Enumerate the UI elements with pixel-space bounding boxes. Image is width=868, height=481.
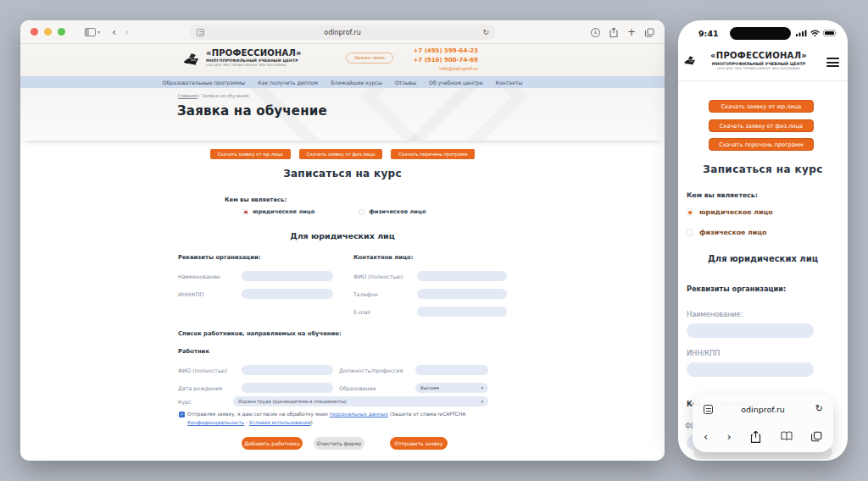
org-name-input[interactable]	[687, 323, 814, 338]
forward-icon[interactable]: ›	[727, 431, 732, 442]
radio-legal-entity[interactable]: юридическое лицо	[686, 208, 773, 216]
share-icon[interactable]	[609, 27, 618, 37]
worker-name-input[interactable]	[242, 365, 333, 375]
mobile-phone-frame: 9:41 «ПРОФЕССИОНАЛ» МНОГОПРОФИЛЬНЫЙ УЧЕБ…	[678, 20, 848, 461]
site-title: «ПРОФЕССИОНАЛ»	[697, 51, 821, 60]
download-individual-application-button[interactable]: Скачать заявку от физ.лица	[299, 149, 382, 159]
org-inn-input[interactable]	[687, 362, 814, 377]
site-nav: Образовательные программы Как получить д…	[20, 76, 665, 88]
legal-section-heading: Для юридических лиц	[20, 231, 665, 240]
phone-link-2[interactable]: +7 (916) 900-74-69	[368, 56, 478, 65]
contact-name-label: ФИО (полностью)	[353, 274, 403, 279]
phone-link-1[interactable]: +7 (495) 599-64-23	[368, 47, 478, 56]
download-individual-application-button[interactable]: Скачать заявку от физ.лица	[709, 119, 814, 132]
site-subtitle: МНОГОПРОФИЛЬНЫЙ УЧЕБНЫЙ ЦЕНТР	[206, 58, 333, 63]
mobile-browser-toolbar: odinprof.ru ↻ ‹ ›	[693, 395, 833, 452]
reader-icon[interactable]	[197, 29, 204, 36]
hamburger-menu-icon[interactable]	[826, 58, 839, 67]
nav-item-contacts[interactable]: Контакты	[496, 80, 523, 86]
worker-education-label: Образование	[339, 385, 376, 391]
share-icon[interactable]	[750, 430, 761, 443]
sidebar-icon[interactable]	[85, 28, 96, 36]
tabs-icon[interactable]	[811, 431, 822, 442]
contact-block: +7 (495) 599-64-23 +7 (916) 900-74-69 in…	[368, 47, 478, 73]
org-inn-label: ИНН/КПП	[178, 291, 203, 297]
browser-toolbar: ▾ ‹ › odinprof.ru ↻ ↓ +	[20, 20, 665, 44]
worker-position-input[interactable]	[415, 365, 488, 375]
nav-item-programs[interactable]: Образовательные программы	[163, 80, 246, 86]
radio-selected-icon[interactable]	[686, 208, 693, 216]
page-hero: Главная / Заявка на обучение Заявка на о…	[20, 88, 665, 141]
radio-selected-icon[interactable]	[242, 209, 248, 215]
radio-unselected-icon[interactable]	[686, 229, 693, 236]
back-icon[interactable]: ‹	[704, 431, 708, 442]
education-select[interactable]: Высшее ▾	[415, 383, 488, 393]
url-text[interactable]: odinprof.ru	[693, 405, 833, 414]
status-time: 9:41	[698, 29, 719, 38]
course-selected-value: Охрана труда (руководители и специалисты…	[238, 399, 347, 404]
new-tab-icon[interactable]: +	[627, 27, 636, 37]
header-divider	[678, 80, 848, 81]
wifi-icon	[810, 30, 820, 36]
download-programs-list-button[interactable]: Скачать перечень программ	[391, 149, 475, 159]
org-name-input[interactable]	[242, 271, 333, 281]
worker-heading: Работник	[178, 348, 209, 355]
tabs-icon[interactable]	[645, 28, 654, 37]
nav-item-diploma[interactable]: Как получить диплом	[258, 80, 318, 86]
bookmarks-icon[interactable]	[781, 431, 793, 441]
url-text[interactable]: odinprof.ru	[324, 29, 361, 36]
breadcrumb-home-link[interactable]: Главная	[178, 93, 198, 98]
contact-email-input[interactable]	[417, 307, 507, 317]
radio-individual[interactable]: физическое лицо	[359, 208, 426, 215]
page-title: Заявка на обучение	[177, 103, 327, 119]
downloads-icon[interactable]: ↓	[591, 28, 600, 37]
email-link[interactable]: info@odinprof.ru	[368, 65, 478, 73]
worker-birth-input[interactable]	[242, 383, 333, 393]
close-window-button[interactable]	[31, 28, 38, 36]
course-select[interactable]: Охрана труда (руководители и специалисты…	[233, 396, 488, 406]
contact-phone-input[interactable]	[417, 289, 507, 299]
mobile-logo-text[interactable]: «ПРОФЕССИОНАЛ» МНОГОПРОФИЛЬНЫЙ УЧЕБНЫЙ Ц…	[697, 51, 821, 70]
org-details-heading: Реквизиты организации:	[178, 254, 260, 261]
radio-legal-label: юридическое лицо	[699, 208, 773, 216]
zoom-window-button[interactable]	[58, 28, 65, 36]
refresh-icon[interactable]: ↻	[482, 29, 489, 36]
chevron-down-icon: ▾	[481, 399, 483, 404]
refresh-icon[interactable]: ↻	[815, 404, 823, 413]
privacy-link[interactable]: Конфиденциальность	[187, 420, 244, 425]
nav-item-about[interactable]: Об учебном центре	[429, 80, 482, 86]
form-heading: Записаться на курс	[20, 168, 665, 180]
dynamic-island	[730, 27, 791, 40]
minimize-window-button[interactable]	[44, 28, 52, 36]
entity-type-radio-group: юридическое лицо физическое лицо	[242, 208, 426, 215]
nav-item-courses[interactable]: Ближайшие курсы	[331, 80, 382, 86]
chevron-down-icon[interactable]: ▾	[97, 29, 100, 35]
add-worker-button[interactable]: Добавить работника	[242, 437, 303, 450]
submit-application-button[interactable]: Отправить заявку	[390, 437, 448, 450]
contact-name-input[interactable]	[417, 271, 507, 281]
logo-text[interactable]: «ПРОФЕССИОНАЛ» МНОГОПРОФИЛЬНЫЙ УЧЕБНЫЙ Ц…	[206, 48, 333, 67]
address-bar[interactable]: odinprof.ru ↻	[190, 25, 495, 40]
clear-form-button[interactable]: Очистить форму	[314, 437, 364, 450]
site-caption: (АНО ДПО "МУЦ "ПРОФЕССИОНАЛ" ИНН 5032290…	[206, 64, 333, 67]
personal-data-link[interactable]: персональных данных	[330, 412, 388, 417]
worker-birth-label: Дата рождения	[178, 385, 222, 391]
radio-legal-entity[interactable]: юридическое лицо	[242, 208, 314, 215]
course-label: Курс	[178, 399, 192, 405]
download-legal-application-button[interactable]: Скачать заявку от юр.лица	[709, 100, 814, 113]
form-heading: Записаться на курс	[678, 163, 848, 175]
forward-icon[interactable]: ›	[125, 26, 129, 37]
download-legal-application-button[interactable]: Скачать заявку от юр.лица	[210, 149, 291, 159]
site-caption: (АНО ДПО "МУЦ "ПРОФЕССИОНАЛ" ИНН 5032290…	[697, 67, 821, 70]
terms-link[interactable]: Условия использования	[249, 420, 311, 425]
back-icon[interactable]: ‹	[112, 26, 116, 37]
org-inn-input[interactable]	[242, 289, 333, 299]
download-programs-list-button[interactable]: Скачать перечень программ	[709, 138, 814, 151]
worker-name-label: ФИО (полностью)	[178, 368, 227, 373]
contact-email-label: E-mail	[353, 309, 370, 315]
radio-individual[interactable]: физическое лицо	[686, 229, 766, 236]
consent-checkbox[interactable]: ✓	[179, 412, 185, 417]
radio-unselected-icon[interactable]	[359, 209, 364, 215]
nav-item-reviews[interactable]: Отзывы	[395, 80, 416, 86]
worker-position-label: Должность/профессия	[339, 368, 403, 373]
